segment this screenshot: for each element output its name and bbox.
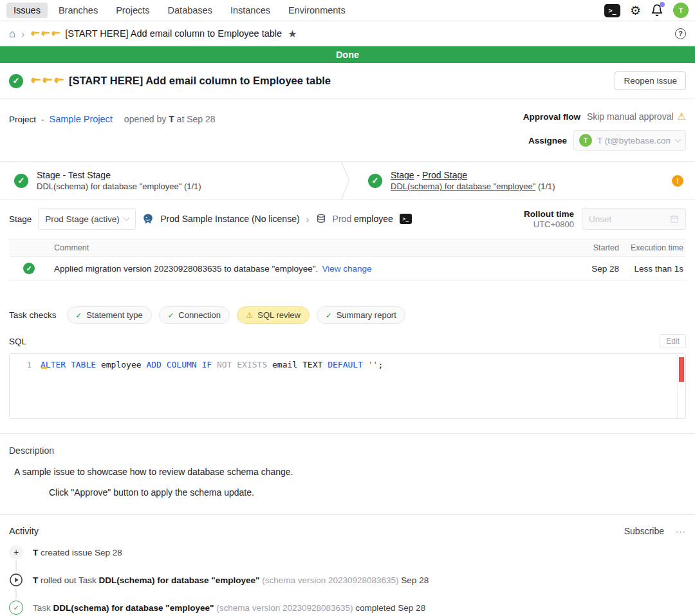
assignee-value: T (t@bytebase.com)	[597, 136, 671, 145]
nav-item-issues[interactable]: Issues	[6, 3, 48, 18]
assignee-select[interactable]: T T (t@bytebase.com)	[573, 130, 686, 151]
database-environment: Prod	[333, 214, 352, 224]
star-icon[interactable]: ★	[288, 28, 297, 40]
activity-header: Activity Subscribe ···	[0, 515, 695, 539]
description-line-1: A sample issue to showcase how to review…	[14, 467, 686, 477]
task-run-started: Sep 28	[578, 264, 619, 274]
calendar-icon	[670, 214, 679, 223]
activity-label: Activity	[9, 526, 39, 536]
activity-item-created: + T created issue Sep 28	[9, 545, 686, 559]
issue-header: ✓ [START HERE] Add email column to Emplo…	[0, 63, 695, 99]
reopen-issue-button[interactable]: Reopen issue	[615, 71, 686, 90]
sql-editor-icon[interactable]: >_	[604, 4, 620, 17]
assignee-avatar: T	[579, 134, 592, 147]
check-sql-review[interactable]: ⚠ SQL review	[237, 306, 310, 324]
breadcrumb-issue-title: [START HERE] Add email column to Employe…	[30, 28, 282, 39]
task-checks: Task checks ✓ Statement type ✓ Connectio…	[0, 306, 695, 324]
pointing-hand-icons	[30, 76, 64, 86]
stage-card-prod[interactable]: ✓ Stage - Prod Stage DDL(schema) for dat…	[341, 162, 695, 200]
open-sql-editor-icon[interactable]: >_	[400, 214, 412, 224]
status-banner: Done	[0, 46, 695, 63]
sql-edit-button[interactable]: Edit	[660, 334, 686, 348]
subscribe-button[interactable]: Subscribe	[624, 526, 664, 536]
nav-item-projects[interactable]: Projects	[109, 3, 156, 18]
nav-item-branches[interactable]: Branches	[51, 3, 105, 18]
warning-triangle-icon: ⚠	[678, 111, 686, 122]
rollout-time-label: Rollout time	[524, 209, 574, 219]
stage-strip: ✓ Stage - Test Stage DDL(schema) for dat…	[0, 161, 695, 200]
warning-squiggle	[41, 367, 47, 369]
sql-section-label: SQL	[9, 337, 26, 346]
opened-by-text: opened by T at Sep 28	[124, 114, 216, 124]
notification-dot	[660, 2, 665, 7]
approval-flow-label: Approval flow	[523, 112, 580, 122]
help-icon[interactable]: ?	[675, 28, 686, 39]
stage-bar: Stage Prod Stage (active) Prod Sample In…	[0, 200, 695, 236]
stage-card-test[interactable]: ✓ Stage - Test Stage DDL(schema) for dat…	[0, 162, 341, 200]
issue-title-text: [START HERE] Add email column to Employe…	[69, 75, 331, 87]
task-checks-label: Task checks	[9, 310, 57, 320]
task-run-comment: Applied migration version 20230928083635…	[54, 264, 318, 274]
rollout-time-placeholder: Unset	[589, 214, 611, 224]
nav-item-instances[interactable]: Instances	[223, 3, 277, 18]
settings-gear-icon[interactable]: ⚙	[630, 5, 641, 17]
timeline-connector	[15, 561, 17, 572]
stage-done-check-icon: ✓	[14, 174, 28, 188]
check-statement-type[interactable]: ✓ Statement type	[67, 306, 152, 324]
check-pass-icon: ✓	[168, 311, 174, 320]
database-icon	[316, 214, 326, 224]
assignee-label: Assignee	[528, 136, 567, 145]
activity-item-completed: ✓ Task DDL(schema) for database "employe…	[9, 601, 686, 615]
error-ruler-marker	[679, 357, 684, 382]
breadcrumb: ⌂ › [START HERE] Add email column to Emp…	[0, 21, 695, 46]
chevron-right-icon: ›	[306, 214, 310, 225]
pointing-hand-icons	[30, 30, 60, 38]
stage-prod-name[interactable]: Prod Stage	[422, 170, 467, 180]
stage-select-value: Prod Stage (active)	[45, 214, 120, 224]
sql-code[interactable]: ALTER TABLE employee ADD COLUMN IF NOT E…	[41, 354, 677, 418]
top-navbar: Issues Branches Projects Databases Insta…	[0, 0, 695, 21]
check-pass-icon: ✓	[76, 311, 82, 320]
instance-link[interactable]: Prod Sample Instance (No license)	[160, 214, 299, 224]
stage-prod-word[interactable]: Stage	[391, 170, 414, 180]
issue-meta: Project - Sample Project opened by T at …	[0, 99, 695, 161]
issue-title: [START HERE] Add email column to Employe…	[30, 75, 331, 87]
home-icon[interactable]: ⌂	[9, 28, 15, 39]
nav-items: Issues Branches Projects Databases Insta…	[6, 3, 353, 18]
more-options-icon[interactable]: ···	[676, 527, 686, 536]
editor-scrollbar[interactable]	[677, 354, 685, 418]
database-link[interactable]: employee	[354, 214, 393, 224]
stage-prod-task-link[interactable]: DDL(schema) for database "employee"	[391, 182, 535, 191]
breadcrumb-title-text: [START HERE] Add email column to Employe…	[65, 28, 282, 39]
table-header: Comment Started Execution time	[9, 239, 686, 257]
attention-icon: !	[672, 175, 683, 187]
sql-editor[interactable]: 1 ALTER TABLE employee ADD COLUMN IF NOT…	[9, 353, 686, 419]
check-circle-icon: ✓	[9, 601, 23, 615]
chevron-down-icon	[124, 214, 130, 221]
table-row[interactable]: ✓ Applied migration version 202309280836…	[9, 257, 686, 281]
rollout-timezone: UTC+0800	[533, 219, 574, 229]
project-link[interactable]: Sample Project	[50, 114, 113, 124]
activity-item-rollout: T rolled out Task DDL(schema) for databa…	[9, 573, 686, 587]
chevron-right-icon: ›	[21, 28, 24, 39]
task-run-table: Comment Started Execution time ✓ Applied…	[9, 239, 686, 281]
postgres-icon	[142, 213, 154, 225]
plus-icon: +	[9, 545, 23, 559]
stage-test-subtitle: DDL(schema) for database "employee" (1/1…	[37, 182, 201, 191]
notifications-bell-icon[interactable]	[651, 4, 663, 17]
view-change-link[interactable]: View change	[322, 264, 371, 274]
line-number: 1	[10, 354, 41, 418]
rollout-time-input[interactable]: Unset	[582, 208, 686, 230]
stage-select[interactable]: Prod Stage (active)	[38, 208, 136, 230]
check-pass-icon: ✓	[326, 311, 332, 320]
check-summary-report[interactable]: ✓ Summary report	[317, 306, 405, 324]
nav-item-environments[interactable]: Environments	[281, 3, 353, 18]
description-label: Description	[9, 445, 686, 456]
user-avatar[interactable]: T	[673, 3, 689, 18]
stage-select-label: Stage	[9, 214, 32, 224]
description-section: Description A sample issue to showcase h…	[0, 434, 695, 498]
stage-done-check-icon: ✓	[368, 174, 382, 188]
nav-item-databases[interactable]: Databases	[161, 3, 219, 18]
chevron-down-icon	[675, 136, 681, 142]
check-connection[interactable]: ✓ Connection	[159, 306, 230, 324]
